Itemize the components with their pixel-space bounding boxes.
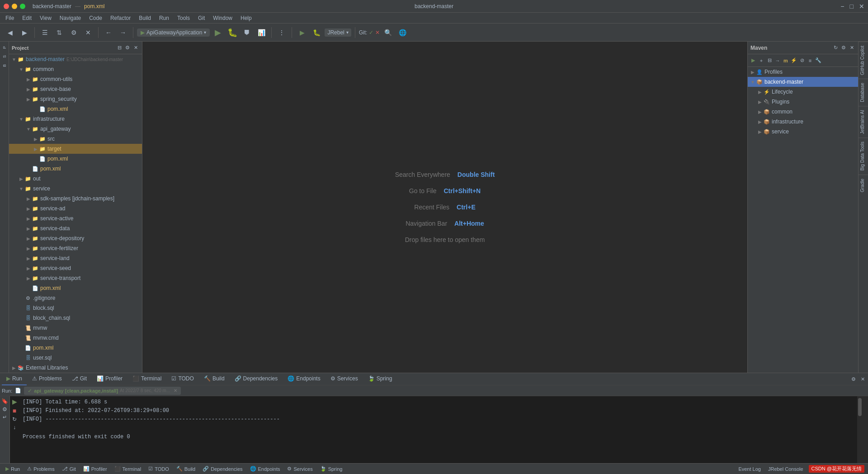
tab-endpoints[interactable]: 🌐 Endpoints: [283, 373, 325, 385]
tree-item-sdk-samples[interactable]: ▶ 📁 sdk-samples [jdchain-samples]: [9, 194, 142, 204]
toolbar-list-btn[interactable]: ☰: [38, 26, 51, 39]
tree-item-service-data[interactable]: ▶ 📁 service-data: [9, 223, 142, 233]
tab-big-data-tools[interactable]: Big Data Tools: [859, 137, 868, 174]
tree-item-block-chain-sql[interactable]: ▶ 🗄 block_chain.sql: [9, 313, 142, 323]
toolbar-sort-btn[interactable]: ⇅: [53, 26, 66, 39]
status-build-btn[interactable]: 🔨 Build: [175, 465, 197, 472]
settings-btn[interactable]: ⚙: [124, 44, 131, 52]
toolbar-forward-btn[interactable]: ▶: [18, 26, 31, 39]
tree-item-service-ad[interactable]: ▶ 📁 service-ad: [9, 204, 142, 213]
tab-profiler[interactable]: 📊 Profiler: [92, 373, 127, 385]
menu-git[interactable]: Git: [194, 14, 208, 22]
tab-jetbrains-ai[interactable]: JetBrains AI: [859, 106, 868, 137]
tree-item-pom-1[interactable]: ▶ 📄 pom.xml: [9, 104, 142, 114]
status-jrebel-console-btn[interactable]: JRebel Console: [766, 466, 805, 472]
coverage-button[interactable]: ⛊: [241, 26, 253, 39]
tree-item-pom-5[interactable]: ▶ 📄 pom.xml: [9, 343, 142, 353]
tree-item-backend-master[interactable]: ▼ 📁 backend-master E:\JDChain\backend-ma…: [9, 54, 142, 64]
maven-skip-btn[interactable]: ⊘: [798, 57, 806, 64]
status-endpoints-btn[interactable]: 🌐 Endpoints: [248, 465, 282, 472]
toolbar-more-btn[interactable]: ⋮: [275, 26, 288, 39]
maven-item-service[interactable]: ▶ 📦 service: [748, 127, 858, 137]
maven-more-btn[interactable]: ≡: [807, 57, 814, 64]
maven-item-backend-master[interactable]: ▼ 📦 backend-master: [748, 77, 858, 87]
status-spring-btn[interactable]: 🍃 Spring: [318, 465, 344, 472]
console-stop-btn[interactable]: ■: [13, 407, 16, 414]
menu-file[interactable]: File: [2, 14, 18, 22]
maven-sync-btn[interactable]: ↻: [832, 44, 839, 52]
tab-git[interactable]: ⎇ Git: [67, 373, 91, 385]
bl-icon-bookmark[interactable]: 🔖: [1, 398, 8, 404]
maven-close-btn[interactable]: ✕: [848, 44, 855, 52]
debug-button[interactable]: 🐛: [226, 26, 239, 39]
jrebel-debug-btn[interactable]: 🐛: [310, 26, 323, 39]
minimize-icon[interactable]: −: [840, 3, 844, 10]
menu-window[interactable]: Window: [209, 14, 236, 22]
toolbar-nav-forward[interactable]: →: [117, 26, 129, 39]
bottom-settings-btn[interactable]: ⚙: [850, 375, 857, 383]
tree-item-service-transport[interactable]: ▶ 📁 service-transport: [9, 273, 142, 283]
status-run-btn[interactable]: ▶ Run: [4, 465, 22, 472]
tab-build[interactable]: 🔨 Build: [199, 373, 229, 385]
minimize-button[interactable]: [12, 4, 17, 9]
menu-view[interactable]: View: [36, 14, 55, 22]
status-git-btn[interactable]: ⎇ Git: [60, 465, 78, 472]
maven-lifecycle-btn[interactable]: ⚡: [790, 57, 797, 64]
tree-item-pom-4[interactable]: ▶ 📄 pom.xml: [9, 283, 142, 293]
tree-item-infrastructure[interactable]: ▼ 📁 infrastructure: [9, 114, 142, 124]
jrebel-run-btn[interactable]: ▶: [296, 26, 308, 39]
maximize-icon[interactable]: □: [850, 3, 854, 10]
toolbar-nav-back[interactable]: ←: [102, 26, 115, 39]
menu-tools[interactable]: Tools: [174, 14, 193, 22]
menu-edit[interactable]: Edit: [19, 14, 35, 22]
menu-navigate[interactable]: Navigate: [56, 14, 85, 22]
maven-item-common[interactable]: ▶ 📦 common: [748, 107, 858, 117]
tree-item-out[interactable]: ▶ 📁 out: [9, 174, 142, 184]
maven-tool-btn[interactable]: 🔧: [815, 57, 822, 64]
bookmarks-tool-btn[interactable]: B: [0, 62, 9, 70]
close-button[interactable]: [4, 4, 9, 9]
tree-item-gitignore[interactable]: ▶ ⚙ .gitignore: [9, 293, 142, 303]
jrebel-selector[interactable]: JRebel ▾: [325, 28, 351, 37]
maven-forward-btn[interactable]: →: [774, 57, 781, 64]
jrebel-dropdown[interactable]: ▾: [346, 30, 349, 35]
run-active-tab[interactable]: ✓ api_gateway [clean,package,install] At…: [24, 387, 181, 395]
scrollbar-thumb[interactable]: [858, 398, 862, 416]
tree-item-service[interactable]: ▼ 📁 service: [9, 184, 142, 194]
maven-collapse-btn[interactable]: ⊟: [766, 57, 773, 64]
console-scrollbar[interactable]: [857, 396, 863, 463]
menu-build[interactable]: Build: [135, 14, 155, 22]
tab-todo[interactable]: ☑ TODO: [167, 373, 198, 385]
toolbar-search-btn[interactable]: 🔍: [382, 26, 394, 39]
run-config-dropdown[interactable]: ▾: [204, 30, 206, 35]
tree-item-common-utils[interactable]: ▶ 📁 common-utils: [9, 74, 142, 84]
toolbar-settings-btn[interactable]: ⚙: [67, 26, 80, 39]
tree-item-common[interactable]: ▼ 📁 common: [9, 64, 142, 74]
tab-problems[interactable]: ⚠ Problems: [28, 373, 66, 385]
structure-tool-btn[interactable]: S: [0, 52, 9, 61]
tree-item-service-depository[interactable]: ▶ 📁 service-depository: [9, 233, 142, 243]
maven-item-lifecycle[interactable]: ▶ ⚡ Lifecycle: [748, 87, 858, 97]
menu-run[interactable]: Run: [156, 14, 173, 22]
tab-run[interactable]: ▶ Run: [2, 373, 27, 385]
menu-refactor[interactable]: Refactor: [107, 14, 134, 22]
toolbar-translate-btn[interactable]: 🌐: [396, 26, 409, 39]
tree-item-service-land[interactable]: ▶ 📁 service-land: [9, 253, 142, 263]
close-panel-btn[interactable]: ✕: [132, 44, 139, 52]
close-icon[interactable]: ✕: [859, 3, 864, 10]
tree-item-spring-security[interactable]: ▶ 📁 spring_security: [9, 94, 142, 104]
status-problems-btn[interactable]: ⚠ Problems: [25, 465, 56, 472]
bl-icon-wrap[interactable]: ↵: [3, 414, 7, 420]
maximize-button[interactable]: [20, 4, 25, 9]
tree-item-mvnw[interactable]: ▶ 📜 mvnw: [9, 323, 142, 333]
run-config-selector[interactable]: ▶ ApiGatewayApplication ▾: [137, 28, 210, 37]
collapse-all-btn[interactable]: ⊟: [116, 44, 123, 52]
status-terminal-btn[interactable]: ⬛ Terminal: [113, 465, 143, 472]
tree-item-service-base[interactable]: ▶ 📁 service-base: [9, 84, 142, 94]
run-button[interactable]: ▶: [212, 26, 224, 39]
tree-item-service-fertilizer[interactable]: ▶ 📁 service-fertilizer: [9, 243, 142, 253]
tree-item-external-libs[interactable]: ▶ 📚 External Libraries: [9, 363, 142, 373]
maven-m-btn[interactable]: m: [782, 57, 789, 64]
tree-item-src[interactable]: ▶ 📁 src: [9, 134, 142, 144]
maven-item-plugins[interactable]: ▶ 🔌 Plugins: [748, 97, 858, 107]
